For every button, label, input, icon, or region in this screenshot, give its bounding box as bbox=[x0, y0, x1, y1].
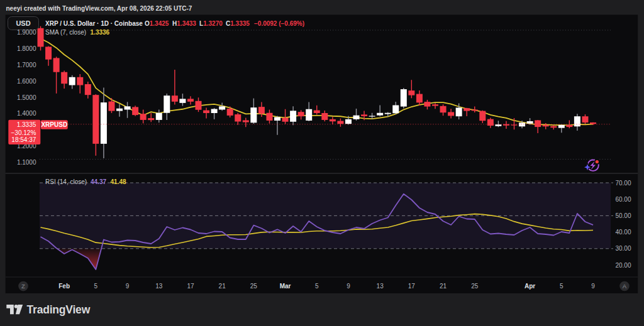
svg-text:5: 5 bbox=[560, 283, 564, 290]
svg-text:Z: Z bbox=[21, 283, 25, 290]
svg-text:1.9000: 1.9000 bbox=[17, 29, 36, 36]
svg-text:Apr: Apr bbox=[525, 283, 535, 290]
svg-text:1.8000: 1.8000 bbox=[17, 45, 36, 52]
svg-text:1.1000: 1.1000 bbox=[17, 159, 36, 166]
svg-text:21: 21 bbox=[219, 283, 226, 290]
svg-text:XRPUSD: XRPUSD bbox=[41, 121, 67, 128]
svg-text:L1.3270: L1.3270 bbox=[199, 20, 223, 27]
svg-text:1.4000: 1.4000 bbox=[17, 110, 36, 117]
svg-text:1.3336: 1.3336 bbox=[91, 29, 110, 36]
svg-text:13: 13 bbox=[377, 283, 384, 290]
svg-text:17: 17 bbox=[187, 283, 194, 290]
svg-text:20.00: 20.00 bbox=[615, 262, 631, 269]
svg-text:TradingView: TradingView bbox=[27, 303, 91, 316]
svg-text:44.37: 44.37 bbox=[91, 178, 106, 185]
svg-text:H1.3433: H1.3433 bbox=[172, 20, 196, 27]
svg-text:9: 9 bbox=[591, 283, 595, 290]
svg-text:SMA (7, close): SMA (7, close) bbox=[45, 29, 86, 36]
svg-text:C1.3335: C1.3335 bbox=[226, 20, 250, 27]
svg-text:25: 25 bbox=[471, 283, 479, 290]
svg-text:A: A bbox=[623, 283, 627, 290]
svg-text:1.3335: 1.3335 bbox=[17, 121, 36, 128]
svg-text:9: 9 bbox=[126, 283, 130, 290]
svg-text:Feb: Feb bbox=[58, 283, 70, 290]
svg-text:5: 5 bbox=[94, 283, 98, 290]
svg-text:60.00: 60.00 bbox=[615, 196, 631, 203]
svg-text:40.00: 40.00 bbox=[615, 229, 631, 236]
svg-text:18:54:37: 18:54:37 bbox=[11, 136, 36, 143]
svg-text:17: 17 bbox=[408, 283, 416, 290]
svg-text:XRP / U.S. Dollar · 1D · Coinb: XRP / U.S. Dollar · 1D · Coinbase bbox=[45, 20, 143, 27]
svg-text:41.48: 41.48 bbox=[111, 178, 126, 185]
svg-text:1.6000: 1.6000 bbox=[17, 78, 36, 85]
svg-text:1.7000: 1.7000 bbox=[17, 62, 36, 68]
svg-text:70.00: 70.00 bbox=[615, 180, 631, 187]
svg-text:1.5000: 1.5000 bbox=[17, 94, 36, 101]
svg-text:−0.0092 (−0.69%): −0.0092 (−0.69%) bbox=[254, 20, 304, 27]
svg-text:Mar: Mar bbox=[280, 283, 291, 290]
svg-text:13: 13 bbox=[155, 283, 163, 290]
svg-text:RSI (14, close): RSI (14, close) bbox=[45, 178, 87, 185]
svg-text:50.00: 50.00 bbox=[615, 212, 631, 219]
svg-text:USD: USD bbox=[16, 19, 30, 27]
svg-text:neeyi created with TradingView: neeyi created with TradingView.com, Apr … bbox=[6, 5, 192, 12]
svg-text:25: 25 bbox=[250, 283, 258, 290]
svg-text:−30.12%: −30.12% bbox=[11, 129, 36, 136]
svg-text:30.00: 30.00 bbox=[615, 245, 631, 252]
svg-text:5: 5 bbox=[315, 283, 319, 290]
svg-text:9: 9 bbox=[347, 283, 350, 290]
svg-text:21: 21 bbox=[440, 283, 447, 290]
svg-text:O1.3425: O1.3425 bbox=[145, 20, 169, 27]
